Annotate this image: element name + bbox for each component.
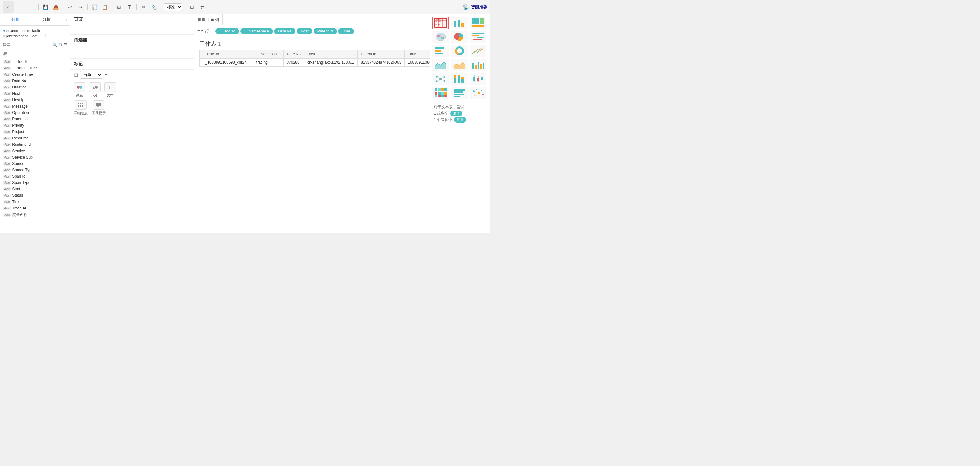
pen-button[interactable]: ✏	[139, 3, 148, 11]
field-item-namespace[interactable]: Abc __Namespace	[0, 65, 70, 71]
chart-thumb-bar[interactable]	[451, 17, 468, 29]
field-item-status[interactable]: Abc Status	[0, 192, 70, 199]
field-item-doc-id[interactable]: Abc __Doc_Id	[0, 59, 70, 65]
chart-thumb-donut[interactable]	[451, 45, 468, 57]
mark-size[interactable]: 大小	[89, 83, 100, 98]
dimension-badge: 维度	[450, 111, 462, 116]
field-item-resource[interactable]: Abc Resource	[0, 135, 70, 142]
share-button[interactable]: ⇄	[198, 3, 207, 11]
field-item-time[interactable]: Abc Time	[0, 199, 70, 205]
chart-thumb-pie[interactable]	[451, 30, 468, 43]
search-bar: 🔍 ⊟ ☰	[0, 40, 70, 49]
field-label-runtime-id: Runtime Id	[12, 142, 30, 147]
source-item-2[interactable]: jdbc:databend://root:r... ⚠	[3, 33, 67, 38]
field-item-host-ip[interactable]: Abc Host Ip	[0, 97, 70, 103]
pill-date-ns[interactable]: Date Ns	[274, 28, 296, 34]
list-icon[interactable]: ☰	[64, 42, 67, 47]
tab-data[interactable]: 数据	[0, 14, 31, 25]
field-label-span-id: Span Id	[12, 174, 25, 178]
chart-thumb-vbar2[interactable]	[470, 59, 487, 71]
field-item-service[interactable]: Abc Service	[0, 148, 70, 154]
field-item-operation[interactable]: Abc Operation	[0, 110, 70, 116]
chart-thumb-stacked-bar[interactable]	[451, 73, 468, 85]
field-item-span-type[interactable]: Abc Span Type	[0, 180, 70, 186]
chart-thumb-candlestick[interactable]	[470, 73, 487, 85]
chart-thumb-text-table[interactable]: 1234 876768 2020976 222	[433, 17, 449, 29]
field-item-create-time[interactable]: Abc Create Time	[0, 71, 70, 78]
save-button[interactable]: 💾	[41, 3, 50, 11]
grid-button[interactable]: ⊡	[188, 3, 196, 11]
field-item-span-id[interactable]: Abc Span Id	[0, 173, 70, 180]
marks-row-2: 详细信息 工具提示	[70, 99, 194, 117]
tab-analysis[interactable]: 分析	[31, 14, 62, 25]
svg-rect-21	[458, 20, 460, 27]
pill-time[interactable]: Time	[338, 28, 354, 34]
mark-text[interactable]: T 文本	[105, 83, 116, 98]
text-icon: T	[105, 83, 116, 92]
svg-rect-35	[435, 50, 441, 52]
th-host: Host	[304, 50, 357, 59]
source-label-1: guance_logs (default)	[6, 29, 40, 32]
marks-row-1: 颜色 大小 T 文本	[70, 81, 194, 99]
chart-thumb-area[interactable]	[433, 59, 449, 71]
field-item-message[interactable]: Abc Message	[0, 103, 70, 110]
pill-namespace[interactable]: __Namespace	[240, 28, 272, 34]
field-item-duration[interactable]: Abc Duration	[0, 84, 70, 91]
search-input[interactable]	[3, 43, 51, 47]
mark-detail[interactable]: 详细信息	[74, 100, 88, 116]
table-button[interactable]: 📋	[100, 3, 109, 11]
field-item-trace-id[interactable]: Abc Trace Id	[0, 205, 70, 212]
redo-button[interactable]: ↪	[76, 3, 85, 11]
chart-thumb-map[interactable]	[433, 30, 449, 43]
filter-icon[interactable]: ⊟	[59, 42, 62, 47]
field-item-source-type[interactable]: Abc Source Type	[0, 167, 70, 173]
view-select[interactable]: 标准 适应	[164, 3, 182, 11]
field-item-parent-id[interactable]: Abc Parent Id	[0, 116, 70, 122]
back-button[interactable]: ←	[17, 3, 25, 11]
undo-button[interactable]: ↩	[65, 3, 75, 11]
home-button[interactable]: ⌂	[3, 1, 14, 13]
clip-button[interactable]: 📎	[150, 3, 158, 11]
field-item-start[interactable]: Abc Start	[0, 186, 70, 192]
svg-rect-41	[473, 63, 474, 69]
field-item-measure-name[interactable]: Abc 度量名称	[0, 212, 70, 219]
marks-dropdown-icon[interactable]: ▼	[104, 73, 108, 77]
field-item-service-sub[interactable]: Abc Service Sub	[0, 154, 70, 161]
source-item-1[interactable]: guance_logs (default)	[3, 28, 67, 33]
pill-host[interactable]: Host	[297, 28, 312, 34]
pill-parent-id[interactable]: Parent Id	[313, 28, 337, 34]
marks-auto-select[interactable]: 自动 条形图 线形图	[80, 71, 102, 79]
chart-thumb-hbar[interactable]	[433, 45, 449, 57]
field-item-source[interactable]: Abc Source	[0, 161, 70, 167]
sidebar-collapse-btn[interactable]: ›	[62, 14, 70, 25]
field-label-host: Host	[12, 91, 20, 96]
text-button[interactable]: T	[125, 3, 134, 11]
chart-thumb-treemap[interactable]	[470, 17, 487, 29]
mark-tooltip[interactable]: 工具提示	[92, 100, 106, 116]
forward-button[interactable]: →	[27, 3, 36, 11]
pages-header: 页面	[70, 14, 194, 25]
chart-button[interactable]: 📊	[90, 3, 99, 11]
chart-thumb-network[interactable]	[433, 73, 449, 85]
mark-color[interactable]: 颜色	[74, 83, 85, 98]
field-item-project[interactable]: Abc Project	[0, 129, 70, 135]
field-item-priority[interactable]: Abc Priority	[0, 122, 70, 129]
chart-thumb-line2[interactable]	[470, 45, 487, 57]
pill-doc-id[interactable]: __Doc_Id	[215, 28, 239, 34]
field-item-runtime-id[interactable]: Abc Runtime Id	[0, 142, 70, 148]
chart-thumb-hbar2[interactable]	[451, 87, 468, 99]
svg-rect-7	[82, 103, 83, 104]
chart-thumb-gantt[interactable]	[470, 30, 487, 43]
export-button[interactable]: 📤	[51, 3, 60, 11]
table-row: T_1683891108698_chf27... tracing 370288 …	[200, 59, 430, 67]
chart-thumb-area2[interactable]	[451, 59, 468, 71]
layout-button[interactable]: ⊞	[115, 3, 124, 11]
field-item-date-ns[interactable]: Abc Date Ns	[0, 78, 70, 84]
svg-point-26	[436, 33, 446, 41]
chart-thumb-heatmap[interactable]	[433, 87, 449, 99]
field-item-host[interactable]: Abc Host	[0, 91, 70, 97]
field-label-host-ip: Host Ip	[12, 98, 24, 102]
chart-thumb-scatter2[interactable]	[470, 87, 487, 99]
svg-rect-78	[444, 95, 447, 97]
td-host: cn-zhangjiakou.192.168.6...	[304, 59, 357, 67]
